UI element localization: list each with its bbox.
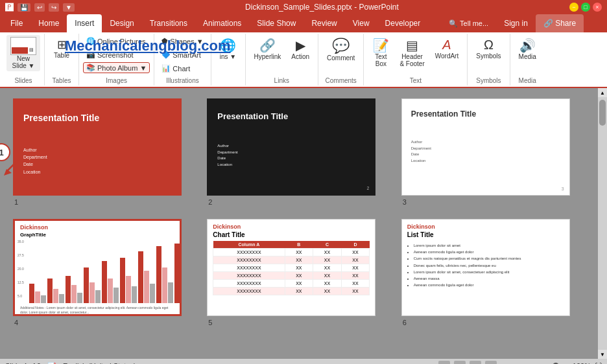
bar-group-7	[138, 251, 155, 303]
ribbon-group-images: 🌐 Online Pictures 📷 Screenshot 📚 Photo A…	[79, 34, 154, 85]
list-item: Cum sociis natoque penatibus et magnis d…	[414, 255, 564, 262]
table-button[interactable]: ⊞ Table	[49, 35, 75, 62]
title-bar: 🅿 💾 ↩ ↪ ▼ Dickinson_Sample_Slides.pptx -…	[0, 0, 607, 14]
maximize-btn[interactable]: □	[581, 3, 590, 12]
new-slide-button[interactable]: ▤ NewSlide ▼	[6, 35, 40, 71]
slide-num-3: 3	[403, 198, 407, 206]
redo-btn[interactable]: ↪	[49, 3, 59, 12]
slide-panel[interactable]: 1 Presentation Title AuthorDepartmentDat…	[0, 88, 598, 359]
tab-transitions[interactable]: Transitions	[142, 14, 195, 32]
ribbon-group-text: 📝 TextBox ▤ Header & Footer A WordArt Te…	[364, 34, 468, 85]
photo-album-button[interactable]: 📚 Photo Album ▼	[83, 62, 150, 73]
slide-wrapper-3: Presentation Title AuthorDepartmentDateL…	[401, 98, 585, 206]
ribbon-tabs: File Home Insert Design Transitions Anim…	[0, 14, 607, 32]
comment-button[interactable]: 💬 Comment	[322, 35, 359, 64]
slide-num-2: 2	[208, 198, 212, 206]
chart-button[interactable]: 📊 Chart	[158, 62, 193, 74]
store-button[interactable]: 🌐 ins ▼	[215, 35, 241, 63]
slide-thumb-5[interactable]: Dickinson Chart Title Column A B C D XXX…	[207, 219, 375, 316]
hyperlink-button[interactable]: 🔗 Hyperlink	[250, 35, 286, 63]
media-icon: 🔊	[519, 38, 536, 53]
slide-thumb-3[interactable]: Presentation Title AuthorDepartmentDateL…	[401, 98, 570, 196]
header-footer-button[interactable]: ▤ Header & Footer	[395, 35, 429, 70]
list-item: Aenean commodo ligula eget dolor	[414, 249, 564, 255]
slides-buttons: ▤ NewSlide ▼	[6, 35, 40, 76]
shapes-button[interactable]: ⬟ Shapes ▼	[158, 35, 206, 47]
close-btn[interactable]: ×	[593, 3, 602, 12]
tab-home[interactable]: Home	[30, 14, 67, 32]
tell-me-btn[interactable]: 🔍 Tell me...	[441, 14, 496, 32]
title-bar-center: Dickinson_Sample_Slides.pptx - PowerPoin…	[75, 3, 569, 12]
screenshot-label: Screenshot	[97, 51, 134, 59]
new-slide-label: NewSlide ▼	[12, 55, 35, 69]
slide2-num: 2	[366, 186, 369, 190]
share-btn[interactable]: 🔗 Share	[536, 14, 584, 32]
scroll-down-btn[interactable]: ▼	[598, 350, 607, 359]
screenshot-button[interactable]: 📷 Screenshot	[83, 49, 137, 61]
media-button[interactable]: 🔊 Media	[514, 35, 541, 63]
tables-group-label: Tables	[53, 76, 71, 84]
slide-thumb-2[interactable]: Presentation Title AuthorDepartmentDateL…	[207, 98, 375, 196]
photo-album-label: Photo Album ▼	[97, 64, 147, 72]
col-c-header: C	[313, 241, 342, 249]
signin-btn[interactable]: Sign in	[496, 14, 536, 32]
slide6-bullets: Lorem ipsum dolor sit ametAenean commodo…	[402, 241, 569, 290]
symbols-button[interactable]: Ω Symbols	[471, 35, 505, 62]
slide-thumb-1[interactable]: Presentation Title AuthorDepartmentDateL…	[13, 98, 182, 196]
slide-num-6: 6	[403, 319, 407, 326]
normal-view-btn[interactable]: ⊞	[438, 361, 450, 364]
tab-file[interactable]: File	[3, 14, 30, 32]
images-group-label: Images	[106, 76, 127, 84]
symbols-icon: Ω	[484, 38, 494, 52]
slides-group-label: Slides	[14, 76, 32, 84]
slide3-subtitle: AuthorDepartmentDateLocation	[402, 122, 569, 166]
tab-developer[interactable]: Developer	[377, 14, 429, 32]
scroll-up-btn[interactable]: ▲	[598, 88, 607, 97]
ribbon-group-links: 🔗 Hyperlink ▶ Action Links	[246, 34, 318, 85]
customize-btn[interactable]: ▼	[63, 3, 75, 12]
smartart-button[interactable]: 🔷 SmartArt	[158, 49, 204, 61]
tab-design[interactable]: Design	[102, 14, 141, 32]
tab-insert[interactable]: Insert	[67, 14, 102, 32]
shapes-label: Shapes	[170, 38, 194, 45]
illustrations-group-label: Illustrations	[166, 76, 199, 84]
powerpoint-logo-icon: 🅿	[5, 3, 14, 12]
slide-thumb-6[interactable]: Dickinson List Title Lorem ipsum dolor s…	[401, 219, 570, 316]
action-label: Action	[291, 53, 309, 60]
slide-thumb-4[interactable]: Dickinson GraphTitle 35.027.520.012.55.0	[13, 219, 182, 316]
action-button[interactable]: ▶ Action	[287, 35, 314, 63]
save-quick-btn[interactable]: 💾	[18, 3, 30, 12]
svg-line-0	[6, 159, 19, 172]
comment-icon: 💬	[332, 38, 350, 54]
reading-view-btn[interactable]: 📖	[470, 361, 481, 364]
slide-wrapper-4: Dickinson GraphTitle 35.027.520.012.55.0	[13, 219, 196, 326]
scroll-thumb[interactable]	[599, 100, 606, 126]
ribbon-group-media: 🔊 Media Media	[510, 34, 545, 85]
undo-btn[interactable]: ↩	[34, 3, 45, 12]
bar-group-1	[29, 284, 46, 303]
screenshot-icon: 📷	[86, 51, 95, 59]
bar-group-6	[120, 258, 137, 303]
slide-sorter-btn[interactable]: ⊡	[454, 361, 466, 364]
vertical-scrollbar[interactable]: ▲ ▼	[598, 88, 607, 359]
slide1-title: Presentation Title	[14, 100, 180, 127]
online-pictures-button[interactable]: 🌐 Online Pictures	[83, 35, 149, 47]
textbox-button[interactable]: 📝 TextBox	[368, 35, 394, 70]
slide3-title: Presentation Title	[402, 99, 569, 122]
comments-group-label: Comments	[326, 76, 357, 84]
window-controls: − □ ×	[569, 3, 602, 12]
wordart-button[interactable]: A WordArt	[431, 35, 464, 70]
ribbon-content: Mechanicalengblog.com ▤ NewSlide ▼ Slide…	[0, 32, 607, 88]
minimize-btn[interactable]: −	[569, 3, 578, 12]
slideshow-btn[interactable]: ▶	[485, 361, 497, 364]
shapes-icon: ⬟	[161, 37, 168, 45]
status-right: ⊞ ⊡ 📖 ▶ − + 100% ⛶	[438, 361, 602, 364]
tab-animations[interactable]: Animations	[195, 14, 249, 32]
store-icon: 🌐	[220, 38, 236, 53]
tab-review[interactable]: Review	[304, 14, 344, 32]
ribbon-group-addins: 🌐 ins ▼	[211, 34, 246, 85]
tab-slideshow[interactable]: Slide Show	[249, 14, 304, 32]
tab-view[interactable]: View	[345, 14, 377, 32]
smartart-icon: 🔷	[161, 51, 171, 59]
col-d-header: D	[341, 241, 370, 249]
